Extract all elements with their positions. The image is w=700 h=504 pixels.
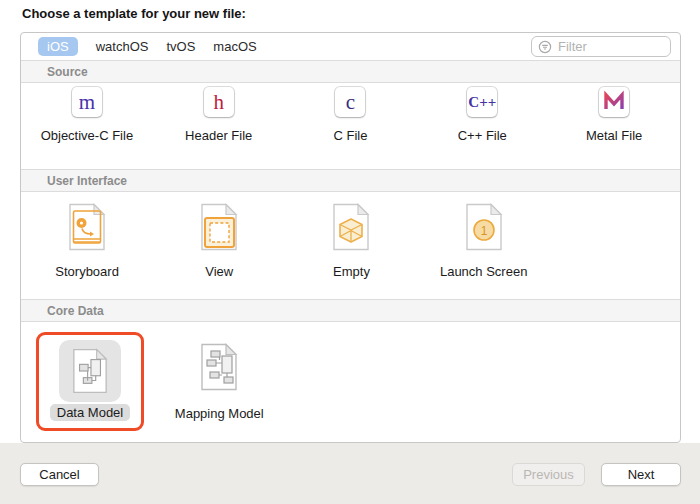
launch-screen-badge: 1 bbox=[480, 224, 487, 238]
mapping-model-document-icon bbox=[199, 343, 239, 395]
item-label: Empty bbox=[333, 264, 370, 279]
item-label: Header File bbox=[185, 128, 252, 143]
item-label: Metal File bbox=[586, 128, 642, 143]
section-title: Source bbox=[47, 65, 88, 79]
c-glyph: c bbox=[346, 92, 355, 113]
view-document-icon bbox=[199, 203, 239, 255]
filter-field[interactable] bbox=[531, 36, 671, 57]
item-label: Storyboard bbox=[55, 264, 119, 279]
tab-watchos[interactable]: watchOS bbox=[96, 39, 149, 54]
platform-tabs: iOS watchOS tvOS macOS bbox=[47, 37, 257, 56]
item-label: Launch Screen bbox=[440, 264, 527, 279]
header-file-icon: h bbox=[204, 87, 234, 117]
template-item-c-file[interactable]: c C File bbox=[285, 83, 417, 169]
next-button[interactable]: Next bbox=[601, 463, 681, 486]
data-model-document-icon bbox=[71, 348, 109, 394]
cancel-button[interactable]: Cancel bbox=[20, 463, 99, 486]
section-core-data-items: Data Model Mapping Model bbox=[21, 322, 680, 443]
header-glyph: h bbox=[213, 92, 224, 113]
template-item-launch-screen[interactable]: 1 Launch Screen bbox=[418, 192, 550, 299]
template-item-objective-c-file[interactable]: m Objective-C File bbox=[21, 83, 153, 169]
template-item-header-file[interactable]: h Header File bbox=[153, 83, 285, 169]
empty-cube-document-icon bbox=[331, 203, 371, 255]
template-chooser-panel: iOS watchOS tvOS macOS Source m bbox=[20, 32, 681, 443]
template-item-view[interactable]: View bbox=[153, 192, 285, 299]
template-item-cpp-file[interactable]: C++ C++ File bbox=[416, 83, 548, 169]
objc-glyph: m bbox=[79, 92, 95, 113]
item-label: View bbox=[205, 264, 233, 279]
dialog-bottom-bar bbox=[0, 443, 700, 504]
item-label: Objective-C File bbox=[41, 128, 133, 143]
launch-screen-document-icon: 1 bbox=[464, 203, 504, 255]
template-item-metal-file[interactable]: Metal File bbox=[548, 83, 680, 169]
section-title: User Interface bbox=[47, 174, 127, 188]
cpp-file-icon: C++ bbox=[467, 87, 497, 117]
section-header-core-data: Core Data bbox=[21, 299, 680, 322]
item-label: Mapping Model bbox=[175, 406, 264, 421]
annotation-highlight-box: Data Model bbox=[36, 332, 144, 431]
filter-input[interactable] bbox=[556, 38, 664, 55]
section-header-source: Source bbox=[21, 60, 680, 83]
cpp-glyph: C++ bbox=[468, 95, 496, 110]
template-item-mapping-model[interactable]: Mapping Model bbox=[153, 322, 285, 443]
template-item-data-model[interactable]: Data Model bbox=[21, 322, 153, 443]
data-model-selected-background bbox=[59, 340, 121, 402]
previous-button[interactable]: Previous bbox=[512, 463, 585, 486]
item-label-selected: Data Model bbox=[50, 404, 130, 421]
tab-macos[interactable]: macOS bbox=[213, 39, 256, 54]
section-title: Core Data bbox=[47, 304, 104, 318]
template-item-empty[interactable]: Empty bbox=[285, 192, 417, 299]
item-label: C File bbox=[334, 128, 368, 143]
c-file-icon: c bbox=[335, 87, 365, 117]
section-source-items: m Objective-C File h Header File c C Fil… bbox=[21, 83, 680, 169]
storyboard-document-icon bbox=[67, 203, 107, 255]
tab-tvos[interactable]: tvOS bbox=[166, 39, 195, 54]
section-user-interface-items: Storyboard View bbox=[21, 192, 680, 299]
metal-file-icon bbox=[599, 87, 629, 117]
template-item-storyboard[interactable]: Storyboard bbox=[21, 192, 153, 299]
tab-ios[interactable]: iOS bbox=[38, 37, 78, 56]
section-header-user-interface: User Interface bbox=[21, 169, 680, 192]
platform-tabbar: iOS watchOS tvOS macOS bbox=[21, 33, 680, 60]
objective-c-file-icon: m bbox=[72, 87, 102, 117]
item-label: C++ File bbox=[458, 128, 507, 143]
dialog-title: Choose a template for your new file: bbox=[22, 6, 246, 21]
filter-icon bbox=[538, 40, 552, 54]
